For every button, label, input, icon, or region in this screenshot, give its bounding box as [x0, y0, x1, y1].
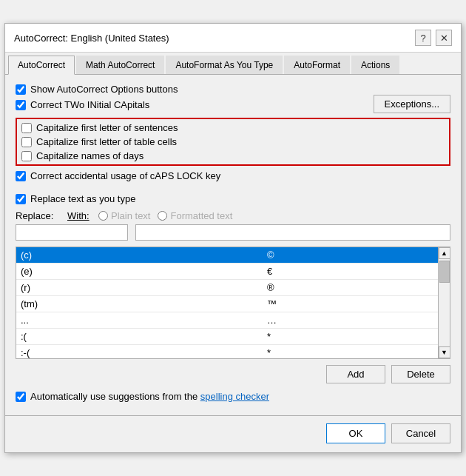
capitalize-sentences-label: Capitalize first letter of sentences [36, 122, 178, 133]
table-row[interactable]: (tm)™ [16, 296, 438, 312]
tab-math-autocorrect[interactable]: Math AutoCorrect [76, 56, 164, 74]
with-cell: € [263, 264, 438, 280]
replace-with-row: Replace: With: Plain text Formatted text [16, 210, 450, 221]
with-cell: * [263, 329, 438, 345]
formatted-text-radio[interactable] [158, 211, 167, 221]
plain-text-option: Plain text [98, 210, 150, 221]
help-button[interactable]: ? [415, 30, 431, 46]
scroll-down-button[interactable]: ▼ [439, 346, 450, 358]
capitalize-sentences-row: Capitalize first letter of sentences [21, 122, 445, 133]
capitalize-days-checkbox[interactable] [21, 151, 32, 161]
replace-text-row: Replace text as you type [16, 193, 450, 204]
replace-cell: :-( [16, 345, 263, 360]
replace-input[interactable] [16, 224, 128, 241]
main-content: Show AutoCorrect Options buttons Excepti… [5, 75, 461, 415]
with-cell: © [263, 247, 438, 264]
with-cell: ™ [263, 296, 438, 312]
scroll-thumb[interactable] [439, 261, 450, 283]
title-bar: AutoCorrect: English (United States) ? ✕ [5, 24, 461, 53]
show-autocorrect-checkbox[interactable] [16, 84, 26, 95]
replace-text-checkbox[interactable] [16, 194, 26, 204]
replace-cell: (r) [16, 280, 263, 296]
exceptions-button[interactable]: Exceptions... [374, 95, 450, 113]
table-row[interactable]: ...… [16, 312, 438, 329]
with-label: With: [67, 210, 91, 221]
auto-suggestions-checkbox[interactable] [16, 392, 26, 402]
table-scrollbar: ▲ ▼ [438, 247, 450, 358]
tab-autoformat-as-you-type[interactable]: AutoFormat As You Type [166, 56, 283, 74]
tab-autocorrect[interactable]: AutoCorrect [8, 56, 75, 75]
title-bar-buttons: ? ✕ [415, 30, 452, 46]
replace-cell: (tm) [16, 296, 263, 312]
replace-cell: ... [16, 312, 263, 329]
with-cell: … [263, 312, 438, 329]
replace-label: Replace: [16, 210, 60, 221]
auto-suggestions-label: Automatically use suggestions from the s… [30, 391, 269, 402]
show-autocorrect-label: Show AutoCorrect Options buttons [30, 84, 178, 95]
ok-button[interactable]: OK [326, 423, 385, 443]
correct-caps-lock-label: Correct accidental usage of cAPS LOCK ke… [30, 170, 220, 181]
correct-caps-lock-checkbox[interactable] [16, 171, 26, 181]
scroll-up-button[interactable]: ▲ [439, 247, 450, 259]
dialog-footer: OK Cancel [5, 415, 461, 452]
correct-caps-lock-row: Correct accidental usage of cAPS LOCK ke… [16, 170, 450, 181]
correct-two-initial-section: Exceptions... Correct TWo INitial CApita… [16, 99, 450, 115]
correct-two-initial-checkbox[interactable] [16, 100, 26, 110]
capitalize-days-row: Capitalize names of days [21, 150, 445, 161]
add-delete-buttons: Add Delete [16, 365, 450, 383]
table-row[interactable]: (e)€ [16, 264, 438, 280]
table-row[interactable]: (r)® [16, 280, 438, 296]
correct-two-initial-row: Correct TWo INitial CApitals [16, 99, 374, 110]
capitalize-days-label: Capitalize names of days [36, 150, 143, 161]
close-button[interactable]: ✕ [436, 30, 452, 46]
capitalize-group: Capitalize first letter of sentences Cap… [16, 118, 450, 166]
cancel-button[interactable]: Cancel [391, 423, 450, 443]
tab-autoformat[interactable]: AutoFormat [284, 56, 350, 74]
auto-suggestions-row: Automatically use suggestions from the s… [16, 391, 450, 402]
plain-text-label: Plain text [111, 210, 150, 221]
replace-cell: (c) [16, 247, 263, 264]
table-row[interactable]: (c)© [16, 247, 438, 264]
correct-two-initial-label: Correct TWo INitial CApitals [30, 99, 149, 110]
tab-actions[interactable]: Actions [351, 56, 399, 74]
formatted-text-label: Formatted text [170, 210, 232, 221]
autocorrect-table: (c)©(e)€(r)®(tm)™...…:(*:-( * [16, 247, 438, 359]
autocorrect-table-wrapper: (c)©(e)€(r)®(tm)™...…:(*:-( * ▲ ▼ [16, 247, 450, 359]
replace-text-label: Replace text as you type [30, 193, 135, 204]
dialog-title: AutoCorrect: English (United States) [14, 33, 169, 44]
formatted-text-option: Formatted text [158, 210, 232, 221]
autocorrect-dialog: AutoCorrect: English (United States) ? ✕… [4, 23, 462, 453]
plain-text-radio[interactable] [98, 211, 108, 221]
capitalize-sentences-checkbox[interactable] [21, 123, 32, 133]
replace-cell: (e) [16, 264, 263, 280]
tab-bar: AutoCorrect Math AutoCorrect AutoFormat … [5, 53, 461, 75]
with-cell: * [263, 345, 438, 360]
table-row[interactable]: :(* [16, 329, 438, 345]
show-autocorrect-row: Show AutoCorrect Options buttons [16, 84, 450, 95]
delete-button[interactable]: Delete [391, 365, 450, 383]
with-cell: ® [263, 280, 438, 296]
capitalize-table-cells-row: Capitalize first letter of table cells [21, 136, 445, 147]
capitalize-table-cells-label: Capitalize first letter of table cells [36, 136, 177, 147]
add-button[interactable]: Add [326, 365, 385, 383]
replace-input-fields [16, 224, 450, 241]
replace-cell: :( [16, 329, 263, 345]
text-type-radio-group: Plain text Formatted text [98, 210, 232, 221]
with-input[interactable] [135, 224, 450, 241]
capitalize-table-cells-checkbox[interactable] [21, 137, 32, 147]
table-row[interactable]: :-( * [16, 345, 438, 360]
